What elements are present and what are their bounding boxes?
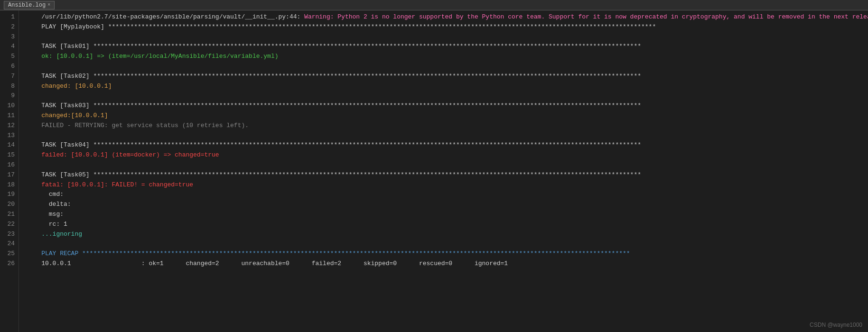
line-number: 24 xyxy=(4,239,15,249)
code-line: changed:[10.0.0.1] xyxy=(27,111,868,121)
code-segment: delta: xyxy=(27,201,71,208)
code-segment: failed: [10.0.0.1] (item=docker) => chan… xyxy=(27,151,219,158)
title-bar: Ansible.log × xyxy=(0,0,868,10)
code-line: PLAY [Myplaybook] **********************… xyxy=(27,22,868,32)
code-line: cmd: xyxy=(27,190,868,200)
code-line: TASK [Task02] **************************… xyxy=(27,72,868,82)
line-number: 25 xyxy=(4,249,15,259)
line-number: 14 xyxy=(4,140,15,150)
code-line xyxy=(27,91,868,101)
code-segment: ok: [10.0.0.1] => (item=/usr/local/MyAns… xyxy=(27,53,279,60)
code-line: 10.0.0.1 : ok=1 changed=2 unreachable=0 … xyxy=(27,259,868,269)
code-line xyxy=(27,32,868,42)
line-numbers: 1234567891011121314151617181920212223242… xyxy=(0,10,19,332)
line-number: 20 xyxy=(4,200,15,210)
code-segment: TASK [Task04] **************************… xyxy=(27,141,641,148)
line-number: 18 xyxy=(4,180,15,190)
line-number: 4 xyxy=(4,42,15,52)
line-number: 19 xyxy=(4,190,15,200)
code-segment: cmd: xyxy=(27,191,64,198)
code-line: FAILED - RETRYING: get service status (1… xyxy=(27,121,868,131)
code-segment: rc: 1 xyxy=(27,221,67,228)
line-number: 9 xyxy=(4,91,15,101)
code-line: rc: 1 xyxy=(27,220,868,230)
code-line: ...ignoring xyxy=(27,230,868,240)
line-number: 16 xyxy=(4,160,15,170)
code-segment: fatal: [10.0.0.1]: FAILED! = changed=tru… xyxy=(27,181,193,188)
line-number: 13 xyxy=(4,131,15,141)
code-segment: PLAY [Myplaybook] **********************… xyxy=(27,23,656,30)
code-segment: /usr/lib/python2.7/site-packages/ansible… xyxy=(27,13,304,20)
code-segment: TASK [Task03] **************************… xyxy=(27,102,641,109)
code-line: TASK [Task05] **************************… xyxy=(27,170,868,180)
code-segment: TASK [Task01] **************************… xyxy=(27,43,641,50)
code-line: ok: [10.0.0.1] => (item=/usr/local/MyAns… xyxy=(27,52,868,62)
line-number: 12 xyxy=(4,121,15,131)
line-number: 5 xyxy=(4,52,15,62)
code-segment: TASK [Task02] **************************… xyxy=(27,73,641,80)
line-number: 6 xyxy=(4,62,15,72)
code-segment: TASK [Task05] **************************… xyxy=(27,171,641,178)
code-segment: ...ignoring xyxy=(27,231,82,238)
line-number: 7 xyxy=(4,72,15,82)
file-tab[interactable]: Ansible.log × xyxy=(4,1,55,9)
line-number: 11 xyxy=(4,111,15,121)
code-line: TASK [Task01] **************************… xyxy=(27,42,868,52)
line-number: 8 xyxy=(4,82,15,92)
line-number: 2 xyxy=(4,22,15,32)
code-line xyxy=(27,160,868,170)
editor-area: 1234567891011121314151617181920212223242… xyxy=(0,10,868,332)
code-line xyxy=(27,131,868,141)
code-segment: 10.0.0.1 : ok=1 changed=2 unreachable=0 … xyxy=(27,260,508,267)
line-number: 22 xyxy=(4,220,15,230)
code-segment: FAILED - RETRYING: get service status (1… xyxy=(27,122,249,129)
code-line: /usr/lib/python2.7/site-packages/ansible… xyxy=(27,12,868,22)
code-segment: changed: [10.0.0.1] xyxy=(27,83,112,90)
line-number: 1 xyxy=(4,12,15,22)
line-number: 23 xyxy=(4,230,15,240)
line-number: 17 xyxy=(4,170,15,180)
code-area: /usr/lib/python2.7/site-packages/ansible… xyxy=(19,10,868,332)
code-segment: changed:[10.0.0.1] xyxy=(27,112,108,119)
line-number: 26 xyxy=(4,259,15,269)
line-number: 21 xyxy=(4,210,15,220)
code-line: msg: xyxy=(27,210,868,220)
watermark: CSDN @wayne1000 xyxy=(810,322,862,328)
code-line: changed: [10.0.0.1] xyxy=(27,82,868,92)
code-line xyxy=(27,239,868,249)
close-icon[interactable]: × xyxy=(47,2,50,8)
line-number: 3 xyxy=(4,32,15,42)
line-number: 15 xyxy=(4,150,15,160)
code-line: PLAY RECAP *****************************… xyxy=(27,249,868,259)
code-segment: Warning: Python 2 is no longer supported… xyxy=(304,13,868,20)
code-segment: msg: xyxy=(27,211,64,218)
code-line: failed: [10.0.0.1] (item=docker) => chan… xyxy=(27,150,868,160)
code-line: fatal: [10.0.0.1]: FAILED! = changed=tru… xyxy=(27,180,868,190)
code-line: TASK [Task03] **************************… xyxy=(27,101,868,111)
code-line: delta: xyxy=(27,200,868,210)
code-line: TASK [Task04] **************************… xyxy=(27,140,868,150)
code-line xyxy=(27,62,868,72)
code-segment: PLAY RECAP *****************************… xyxy=(27,250,630,257)
tab-label: Ansible.log xyxy=(8,2,46,9)
line-number: 10 xyxy=(4,101,15,111)
